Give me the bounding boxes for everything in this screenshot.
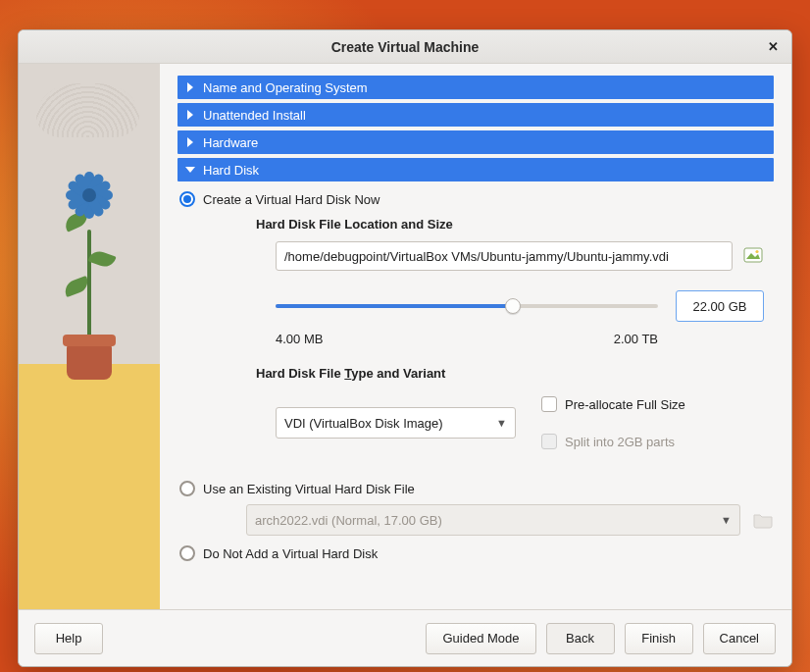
disk-type-select[interactable]: VDI (VirtualBox Disk Image) ▼ [276,407,516,439]
svg-point-2 [755,250,758,253]
preallocate-label: Pre-allocate Full Size [565,397,685,412]
preallocate-checkbox[interactable]: Pre-allocate Full Size [541,396,685,412]
chevron-down-icon [183,163,197,177]
radio-icon [179,481,195,496]
sidebar-illustration [19,64,160,609]
radio-do-not-add-label: Do Not Add a Virtual Hard Disk [203,546,378,561]
titlebar: Create Virtual Machine ✕ [19,30,791,64]
create-vm-dialog: Create Virtual Machine ✕ [18,29,792,667]
section-hardware[interactable]: Hardware [177,130,774,154]
file-path-input[interactable]: /home/debugpoint/VirtualBox VMs/Ubuntu-j… [276,241,733,271]
section-unattended-label: Unattended Install [203,108,306,123]
help-button[interactable]: Help [34,623,103,654]
radio-use-existing-label: Use an Existing Virtual Hard Disk File [203,482,415,496]
disk-size-value: 22.00 GB [693,299,747,314]
folder-picture-icon [743,247,763,265]
radio-create-now-label: Create a Virtual Hard Disk Now [203,192,380,207]
dialog-title: Create Virtual Machine [331,39,480,55]
variant-options: Pre-allocate Full Size Split into 2GB pa… [539,390,685,455]
split-2gb-label: Split into 2GB parts [565,435,675,449]
section-name-os[interactable]: Name and Operating System [177,76,774,99]
chevron-down-icon: ▼ [721,514,732,526]
chevron-right-icon [183,135,197,149]
close-icon: ✕ [768,39,779,54]
slider-max-label: 2.00 TB [614,332,658,346]
existing-disk-select: arch2022.vdi (Normal, 17.00 GB) ▼ [246,504,740,536]
section-hardware-label: Hardware [203,135,258,150]
close-button[interactable]: ✕ [764,38,782,56]
chevron-right-icon [183,80,197,94]
radio-do-not-add[interactable]: Do Not Add a Virtual Hard Disk [179,545,774,561]
folder-icon [753,511,773,529]
section-unattended[interactable]: Unattended Install [177,103,774,127]
guided-mode-button[interactable]: Guided Mode [426,623,535,654]
dialog-body: Name and Operating System Unattended Ins… [19,64,791,609]
content-pane: Name and Operating System Unattended Ins… [160,64,791,609]
type-variant-title: Hard Disk File Type and Variant [256,366,774,381]
disk-type-value: VDI (VirtualBox Disk Image) [284,416,443,431]
back-button: Back [546,623,615,654]
checkbox-icon [541,434,557,449]
browse-existing-button [752,510,774,530]
checkbox-icon [541,396,557,412]
file-path-value: /home/debugpoint/VirtualBox VMs/Ubuntu-j… [284,249,669,264]
dialog-footer: Help Guided Mode Back Finish Cancel [19,609,791,666]
section-name-os-label: Name and Operating System [203,80,368,95]
radio-create-now[interactable]: Create a Virtual Hard Disk Now [179,191,774,207]
chevron-right-icon [183,108,197,122]
hard-disk-body: Create a Virtual Hard Disk Now Hard Disk… [177,185,774,567]
existing-disk-row: arch2022.vdi (Normal, 17.00 GB) ▼ [246,504,774,536]
slider-range-labels: 4.00 MB 2.00 TB [276,332,764,346]
section-hard-disk-label: Hard Disk [203,163,259,178]
slider-min-label: 4.00 MB [276,332,323,346]
radio-use-existing[interactable]: Use an Existing Virtual Hard Disk File [179,481,774,496]
slider-thumb[interactable] [505,298,521,314]
size-row: 22.00 GB [276,290,764,322]
section-hard-disk[interactable]: Hard Disk [177,158,774,181]
existing-disk-value: arch2022.vdi (Normal, 17.00 GB) [255,513,442,528]
chevron-down-icon: ▼ [496,417,507,429]
disk-size-slider[interactable] [276,297,658,315]
location-size-title: Hard Disk File Location and Size [256,217,774,232]
type-variant-row: VDI (VirtualBox Disk Image) ▼ Pre-alloca… [276,390,764,455]
disk-size-input[interactable]: 22.00 GB [676,290,764,322]
radio-icon [179,545,195,561]
split-2gb-checkbox: Split into 2GB parts [541,434,685,449]
cancel-button[interactable]: Cancel [703,623,776,654]
file-path-row: /home/debugpoint/VirtualBox VMs/Ubuntu-j… [276,241,764,271]
finish-button[interactable]: Finish [625,623,693,654]
radio-icon [179,191,195,207]
browse-file-button[interactable] [742,246,764,266]
